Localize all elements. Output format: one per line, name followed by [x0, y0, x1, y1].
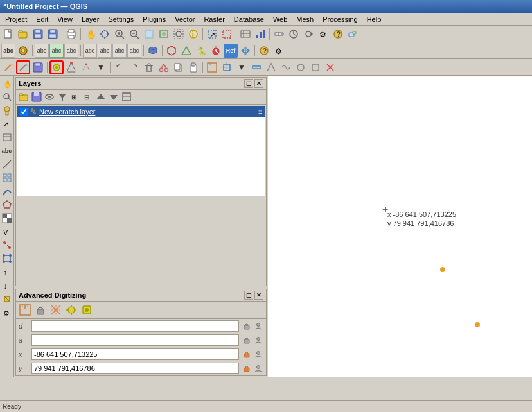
layers-close-button[interactable]: ✕: [254, 79, 263, 88]
toolstrip-measure[interactable]: [1, 158, 13, 171]
toolstrip-down[interactable]: ↓: [1, 279, 13, 292]
processing-button[interactable]: ⚙: [272, 44, 286, 58]
ruler-measure-button[interactable]: [205, 60, 219, 74]
toolstrip-identify[interactable]: [1, 104, 13, 117]
adv-construction-btn[interactable]: [49, 303, 63, 317]
adv-lock-btn[interactable]: [33, 303, 48, 317]
help-button[interactable]: ?: [331, 27, 345, 41]
digitize-extra2[interactable]: [279, 60, 293, 74]
label-btn-7[interactable]: abc: [112, 44, 127, 58]
georef-button[interactable]: [238, 44, 253, 58]
paste-features-button[interactable]: [186, 60, 200, 74]
scheduler-button[interactable]: [209, 44, 223, 58]
layer-visibility-checkbox[interactable]: [20, 108, 28, 116]
toolstrip-node[interactable]: [1, 252, 13, 265]
settings-button[interactable]: ⚙: [316, 27, 330, 41]
layers-theme-button[interactable]: [121, 91, 132, 103]
label-btn-2[interactable]: abc: [35, 44, 49, 58]
layer-item[interactable]: ✎ New scratch layer ≡: [17, 106, 265, 117]
adv-close-button[interactable]: ✕: [254, 291, 263, 300]
current-edits-button[interactable]: [1, 60, 15, 74]
toolstrip-pan[interactable]: ✋: [1, 77, 13, 90]
menu-web[interactable]: Web: [269, 14, 291, 24]
refresh-button[interactable]: [301, 27, 315, 41]
layers-down-button[interactable]: [108, 91, 120, 103]
field-y-lock-icon[interactable]: [242, 363, 252, 373]
save-edits-button[interactable]: [31, 60, 45, 74]
field-x-person-icon[interactable]: [253, 349, 263, 359]
label-btn-3[interactable]: abc: [49, 44, 64, 58]
toolstrip-polygon[interactable]: [1, 198, 13, 211]
label-btn-4[interactable]: abc: [64, 44, 78, 58]
digitize-extra3[interactable]: [294, 60, 308, 74]
toolstrip-gear[interactable]: ⚙: [1, 306, 13, 319]
adv-floating-btn[interactable]: [80, 303, 94, 317]
toolstrip-chip[interactable]: [1, 293, 13, 305]
menu-project[interactable]: Project: [1, 14, 31, 24]
toolstrip-raster[interactable]: V: [1, 225, 13, 238]
open-project-button[interactable]: [16, 27, 30, 41]
toolstrip-checkerboard[interactable]: [1, 212, 13, 225]
vertex-all-layers-button[interactable]: [79, 60, 93, 74]
pan-button[interactable]: ✋: [83, 27, 97, 41]
toolstrip-grid[interactable]: [1, 171, 13, 184]
statistics-button[interactable]: [253, 27, 267, 41]
help-2-button[interactable]: ?: [257, 44, 271, 58]
field-y-person-icon[interactable]: [253, 363, 263, 373]
digitize-extra1[interactable]: [264, 60, 278, 74]
triangle-tool[interactable]: [179, 44, 193, 58]
ref-button[interactable]: Ref: [224, 44, 238, 58]
label-btn-8[interactable]: abc: [127, 44, 141, 58]
cut-features-button[interactable]: [157, 60, 171, 74]
layers-save-button[interactable]: [31, 91, 42, 103]
delete-button[interactable]: [142, 60, 156, 74]
toolstrip-label[interactable]: abc: [1, 144, 13, 157]
field-d-input[interactable]: [31, 320, 239, 332]
layers-open-button[interactable]: [18, 91, 30, 103]
snap-button[interactable]: [220, 60, 234, 74]
vertex-tool-button[interactable]: [64, 60, 78, 74]
label-btn-6[interactable]: abc: [98, 44, 112, 58]
menu-help[interactable]: Help: [363, 14, 386, 24]
toolstrip-arrow[interactable]: ↑: [1, 266, 13, 279]
more-tools-button[interactable]: ▼: [94, 60, 108, 74]
select-features-button[interactable]: ↗: [205, 27, 219, 41]
field-d-person-icon[interactable]: [253, 321, 263, 331]
field-a-person-icon[interactable]: [253, 335, 263, 345]
plugins-button[interactable]: [346, 27, 360, 41]
identify-button[interactable]: i: [186, 27, 200, 41]
digitize-group-button[interactable]: [49, 60, 64, 74]
field-x-input[interactable]: [31, 348, 239, 360]
database-manager-button[interactable]: [146, 44, 160, 58]
toolstrip-line[interactable]: [1, 185, 13, 198]
snap-advanced-button[interactable]: [249, 60, 263, 74]
abc-label-button[interactable]: abc: [1, 44, 15, 58]
new-project-button[interactable]: [1, 27, 15, 41]
layers-up-button[interactable]: [95, 91, 107, 103]
menu-settings[interactable]: Settings: [104, 14, 137, 24]
pan-to-selection-button[interactable]: [98, 27, 112, 41]
hexagon-tool[interactable]: [164, 44, 179, 58]
zoom-out-button[interactable]: [127, 27, 141, 41]
menu-database[interactable]: Database: [230, 14, 268, 24]
adv-float-button[interactable]: ◫: [244, 291, 253, 300]
adv-ruler-btn[interactable]: [18, 303, 32, 317]
undo-button[interactable]: [112, 60, 127, 74]
toggle-editing-button[interactable]: [16, 60, 30, 74]
adv-snap-btn[interactable]: [64, 303, 78, 317]
deselect-button[interactable]: [220, 27, 234, 41]
label-btn-5[interactable]: abc: [83, 44, 97, 58]
measure-button[interactable]: [272, 27, 286, 41]
field-a-input[interactable]: [31, 334, 239, 346]
menu-processing[interactable]: Processing: [319, 14, 361, 24]
field-d-lock-icon[interactable]: [242, 321, 252, 331]
zoom-full-button[interactable]: [142, 27, 156, 41]
menu-mesh[interactable]: Mesh: [292, 14, 317, 24]
open-attribute-table-button[interactable]: [238, 27, 253, 41]
digitize-extra5[interactable]: [323, 60, 337, 74]
zoom-layer-button[interactable]: [157, 27, 171, 41]
menu-raster[interactable]: Raster: [200, 14, 228, 24]
layers-visibility-button[interactable]: [44, 91, 55, 103]
toolstrip-zoom[interactable]: [1, 90, 13, 103]
field-x-lock-icon[interactable]: [242, 349, 252, 359]
